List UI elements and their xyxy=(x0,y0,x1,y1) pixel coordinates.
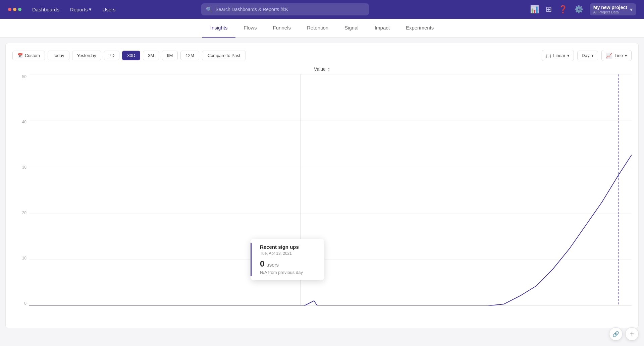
tab-insights[interactable]: Insights xyxy=(202,19,236,38)
scale-chevron-icon: ▾ xyxy=(567,53,570,58)
chart-area: 50 40 30 20 10 0 xyxy=(12,74,632,316)
tooltip-value-number: 0 xyxy=(260,259,264,269)
today-button[interactable]: Today xyxy=(48,51,69,60)
top-nav: Dashboards Reports ▾ Users 🔍 Search Dash… xyxy=(0,0,644,19)
tab-funnels-label: Funnels xyxy=(273,25,291,31)
settings-icon[interactable]: ⚙️ xyxy=(574,5,583,14)
calendar-icon: 📅 xyxy=(17,53,23,58)
tab-experiments-label: Experiments xyxy=(406,25,434,31)
tooltip-date: Tue, Apr 13, 2021 xyxy=(260,251,318,256)
3m-button[interactable]: 3M xyxy=(143,51,159,60)
chart-type-dropdown[interactable]: 📈 Line ▾ xyxy=(601,50,632,61)
6m-button[interactable]: 6M xyxy=(162,51,178,60)
tooltip-change: N/A from previous day xyxy=(260,270,318,275)
compare-label: Compare to Past xyxy=(208,53,240,58)
compare-button[interactable]: Compare to Past xyxy=(202,51,246,60)
tooltip-value: 0 users xyxy=(260,259,318,269)
tab-flows[interactable]: Flows xyxy=(235,19,265,38)
12m-label: 12M xyxy=(185,53,194,58)
custom-label: Custom xyxy=(25,53,40,58)
sort-icon[interactable]: ↕ xyxy=(328,66,330,72)
tab-flows-label: Flows xyxy=(244,25,257,31)
chart-type-chevron-icon: ▾ xyxy=(625,53,627,58)
nav-right: 📊 ⊞ ❓ ⚙️ My new project All Project Data… xyxy=(530,3,636,15)
3m-label: 3M xyxy=(148,53,154,58)
7d-label: 7D xyxy=(109,53,115,58)
project-name: My new project xyxy=(593,5,627,10)
y-label-40: 40 xyxy=(22,120,26,124)
main-content: 📅 Custom Today Yesterday 7D 30D 3M 6M 12… xyxy=(5,43,639,328)
project-info: My new project All Project Data xyxy=(593,5,627,14)
toolbar-right: ⬚ Linear ▾ Day ▾ 📈 Line ▾ xyxy=(542,50,632,61)
chart-container: Value ↕ 50 40 30 20 10 0 xyxy=(12,66,632,321)
tab-insights-label: Insights xyxy=(210,25,228,31)
chart-svg: Recent sign ups Tue, Apr 13, 2021 0 user… xyxy=(29,74,632,306)
help-icon[interactable]: ❓ xyxy=(558,5,568,14)
12m-button[interactable]: 12M xyxy=(180,51,199,60)
y-label-20: 20 xyxy=(22,211,26,215)
value-header: Value ↕ xyxy=(12,66,632,72)
tab-funnels[interactable]: Funnels xyxy=(265,19,299,38)
custom-button[interactable]: 📅 Custom xyxy=(12,51,45,60)
30d-button[interactable]: 30D xyxy=(122,51,140,60)
tooltip-indicator xyxy=(251,243,252,276)
value-label: Value xyxy=(314,66,326,72)
tooltip-value-unit: users xyxy=(266,262,279,268)
tooltip: Recent sign ups Tue, Apr 13, 2021 0 user… xyxy=(251,239,324,280)
tab-retention-label: Retention xyxy=(307,25,328,31)
reports-label: Reports xyxy=(70,7,88,12)
tab-signal-label: Signal xyxy=(344,25,359,31)
tooltip-change-suffix: from previous day xyxy=(268,270,303,275)
apps-icon[interactable]: ⊞ xyxy=(546,5,552,14)
close-dot xyxy=(8,8,11,11)
project-sub: All Project Data xyxy=(593,10,627,14)
tooltip-change-value: N/A xyxy=(260,270,267,275)
tab-retention[interactable]: Retention xyxy=(299,19,336,38)
window-controls xyxy=(8,8,21,11)
yesterday-label: Yesterday xyxy=(77,53,96,58)
y-label-10: 10 xyxy=(22,256,26,261)
secondary-nav: Insights Flows Funnels Retention Signal … xyxy=(0,19,644,38)
scale-dropdown[interactable]: ⬚ Linear ▾ xyxy=(542,50,574,61)
tooltip-title: Recent sign ups xyxy=(260,244,318,250)
tab-signal[interactable]: Signal xyxy=(336,19,367,38)
yesterday-button[interactable]: Yesterday xyxy=(72,51,101,60)
search-icon: 🔍 xyxy=(206,6,213,13)
toolbar: 📅 Custom Today Yesterday 7D 30D 3M 6M 12… xyxy=(12,50,632,61)
tab-impact[interactable]: Impact xyxy=(367,19,398,38)
plus-button[interactable]: + xyxy=(625,327,639,341)
period-dropdown[interactable]: Day ▾ xyxy=(577,51,598,60)
period-label: Day xyxy=(582,53,589,58)
chart-type-icon: 📈 xyxy=(606,52,612,59)
minimize-dot xyxy=(13,8,16,11)
scale-icon: ⬚ xyxy=(546,52,551,59)
y-label-0: 0 xyxy=(24,301,26,306)
6m-label: 6M xyxy=(167,53,173,58)
link-button[interactable]: 🔗 xyxy=(609,327,623,341)
activity-icon[interactable]: 📊 xyxy=(530,5,539,14)
search-bar[interactable]: 🔍 Search Dashboards & Reports ⌘K xyxy=(201,3,369,15)
project-selector[interactable]: My new project All Project Data ▾ xyxy=(590,3,636,15)
chart-type-label: Line xyxy=(614,53,623,58)
tab-impact-label: Impact xyxy=(375,25,390,31)
dashboards-link[interactable]: Dashboards xyxy=(32,7,59,12)
tab-experiments[interactable]: Experiments xyxy=(398,19,442,38)
reports-chevron-icon: ▾ xyxy=(89,6,92,12)
users-link[interactable]: Users xyxy=(102,7,115,12)
y-axis: 50 40 30 20 10 0 xyxy=(12,74,29,306)
period-chevron-icon: ▾ xyxy=(591,53,594,58)
7d-button[interactable]: 7D xyxy=(104,51,120,60)
reports-link[interactable]: Reports ▾ xyxy=(70,6,92,12)
project-chevron-icon: ▾ xyxy=(630,6,633,13)
30d-label: 30D xyxy=(127,53,135,58)
search-placeholder: Search Dashboards & Reports ⌘K xyxy=(215,7,288,12)
y-label-50: 50 xyxy=(22,74,26,79)
maximize-dot xyxy=(18,8,21,11)
y-label-30: 30 xyxy=(22,165,26,170)
scale-label: Linear xyxy=(553,53,565,58)
today-label: Today xyxy=(53,53,64,58)
